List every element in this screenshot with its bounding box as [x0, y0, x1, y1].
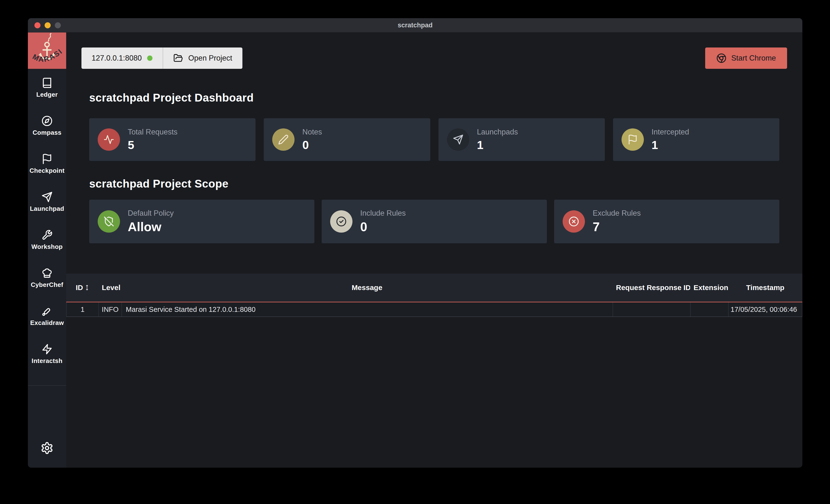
- sidebar-item-cyberchef[interactable]: CyberChef: [28, 259, 66, 297]
- open-project-button[interactable]: Open Project: [163, 47, 243, 69]
- shield-off-icon: [103, 216, 114, 227]
- folder-open-icon: [173, 53, 183, 63]
- chef-hat-icon: [41, 268, 53, 279]
- flag-icon: [627, 134, 638, 145]
- scope-label: Default Policy: [128, 209, 174, 217]
- open-project-label: Open Project: [188, 54, 232, 63]
- scope-icon-circle: [563, 210, 585, 233]
- column-header-id[interactable]: ID: [66, 283, 98, 292]
- scope-value: 0: [360, 220, 406, 234]
- x-circle-icon: [569, 216, 579, 227]
- sidebar-item-excalidraw[interactable]: Excalidraw: [28, 297, 66, 335]
- stat-value: 1: [651, 138, 689, 152]
- sidebar-item-checkpoint[interactable]: Checkpoint: [28, 145, 66, 183]
- column-header-request-response-id[interactable]: Request Response ID: [612, 283, 690, 292]
- close-window-button[interactable]: [34, 22, 40, 28]
- stat-icon-circle: [621, 128, 644, 151]
- sidebar-item-launchpad[interactable]: Launchpad: [28, 183, 66, 221]
- start-chrome-button[interactable]: Start Chrome: [705, 47, 787, 69]
- proxy-status-dot: [147, 56, 153, 61]
- sidebar: MARASI Ledger Compass Checkpoint: [28, 32, 66, 468]
- scope-icon-circle: [98, 210, 120, 233]
- proxy-address: 127.0.0.1:8080: [92, 54, 142, 63]
- column-header-message[interactable]: Message: [122, 283, 612, 292]
- cell-extension: [690, 302, 728, 316]
- activity-icon: [103, 134, 114, 145]
- cell-id: 1: [66, 302, 98, 316]
- stat-icon-circle: [98, 128, 120, 151]
- check-circle-icon: [336, 216, 347, 227]
- scope-value: 7: [593, 220, 641, 234]
- sidebar-item-label: Checkpoint: [30, 167, 65, 174]
- top-toolbar: 127.0.0.1:8080 Open Project Start Chrome: [82, 47, 787, 69]
- stat-label: Total Requests: [128, 128, 178, 136]
- scope-label: Exclude Rules: [593, 209, 641, 217]
- stat-label: Notes: [302, 128, 322, 136]
- scope-title: scratchpad Project Scope: [89, 177, 779, 190]
- wrench-icon: [41, 230, 53, 241]
- paper-plane-icon: [41, 192, 53, 203]
- log-table: ID Level Message Request Response ID Ext…: [66, 274, 802, 317]
- stat-label: Launchpads: [477, 128, 518, 136]
- sidebar-item-ledger[interactable]: Ledger: [28, 69, 66, 107]
- cell-message: Marasi Service Started on 127.0.0.1:8080: [122, 302, 612, 316]
- sidebar-item-label: Workshop: [31, 243, 63, 250]
- paper-plane-icon: [453, 134, 464, 145]
- flag-icon: [41, 154, 53, 165]
- dashboard-title: scratchpad Project Dashboard: [89, 91, 779, 104]
- sidebar-item-workshop[interactable]: Workshop: [28, 221, 66, 259]
- column-header-extension[interactable]: Extension: [690, 283, 728, 292]
- settings-gear-icon[interactable]: [40, 441, 54, 455]
- sidebar-nav: Ledger Compass Checkpoint Launchpad Work…: [28, 69, 66, 373]
- cell-request-response-id: [612, 302, 690, 316]
- column-header-timestamp[interactable]: Timestamp: [728, 283, 802, 292]
- sidebar-item-label: Compass: [32, 129, 61, 136]
- stat-card-total-requests: Total Requests 5: [89, 118, 255, 161]
- sidebar-item-label: Ledger: [36, 91, 58, 98]
- sidebar-item-label: CyberChef: [31, 281, 63, 289]
- traffic-lights: [28, 22, 61, 28]
- stat-icon-circle: [272, 128, 294, 151]
- sidebar-item-label: Interactsh: [32, 357, 62, 365]
- scope-card-default-policy: Default Policy Allow: [89, 200, 314, 243]
- zap-icon: [41, 344, 53, 355]
- stat-card-notes: Notes 0: [264, 118, 430, 161]
- main-content: 127.0.0.1:8080 Open Project Start Chrome…: [66, 32, 802, 468]
- title-bar: scratchpad: [28, 18, 802, 32]
- chrome-icon: [716, 53, 727, 63]
- column-header-level[interactable]: Level: [98, 283, 122, 292]
- scope-row: Default Policy Allow Include Rules 0: [89, 200, 779, 243]
- proxy-address-segment[interactable]: 127.0.0.1:8080: [82, 47, 163, 69]
- sidebar-item-compass[interactable]: Compass: [28, 107, 66, 145]
- marasi-logo: MARASI: [28, 32, 66, 69]
- compass-icon: [41, 115, 53, 127]
- stat-card-launchpads: Launchpads 1: [439, 118, 605, 161]
- sort-icon: [85, 284, 89, 291]
- marker-pen-icon: [41, 306, 53, 317]
- stats-row: Total Requests 5 Notes 0: [89, 118, 779, 161]
- start-chrome-label: Start Chrome: [731, 54, 776, 63]
- book-icon: [41, 77, 53, 89]
- sidebar-item-label: Launchpad: [30, 205, 64, 212]
- sidebar-item-interactsh[interactable]: Interactsh: [28, 335, 66, 373]
- stat-card-intercepted: Intercepted 1: [613, 118, 779, 161]
- table-row[interactable]: 1 INFO Marasi Service Started on 127.0.0…: [66, 302, 802, 317]
- stat-icon-circle: [447, 128, 469, 151]
- pencil-icon: [278, 134, 289, 145]
- proxy-address-control: 127.0.0.1:8080 Open Project: [82, 47, 243, 69]
- app-window: scratchpad MARASI: [28, 18, 802, 468]
- stat-label: Intercepted: [651, 128, 689, 136]
- stat-value: 5: [128, 138, 178, 152]
- scope-label: Include Rules: [360, 209, 406, 217]
- cell-level: INFO: [98, 302, 122, 316]
- minimize-window-button[interactable]: [44, 22, 51, 28]
- log-table-header: ID Level Message Request Response ID Ext…: [66, 274, 802, 302]
- zoom-window-button[interactable]: [55, 22, 61, 28]
- stat-value: 0: [302, 138, 322, 152]
- anchor-chain: [48, 33, 51, 42]
- scope-value: Allow: [128, 220, 174, 234]
- scope-icon-circle: [330, 210, 352, 233]
- sidebar-item-label: Excalidraw: [30, 319, 64, 327]
- stat-value: 1: [477, 138, 518, 152]
- cell-timestamp: 17/05/2025, 00:06:46: [728, 302, 802, 316]
